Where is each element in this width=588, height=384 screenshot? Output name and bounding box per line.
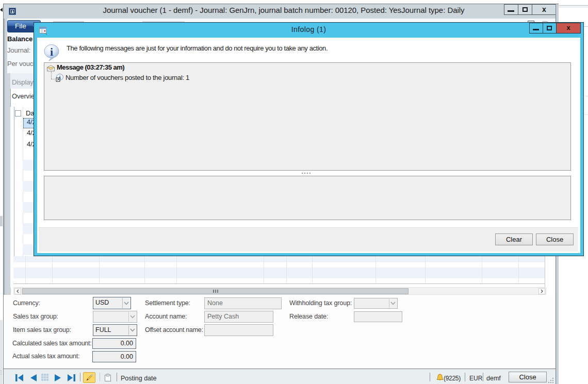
svg-text:i: i (50, 45, 53, 58)
